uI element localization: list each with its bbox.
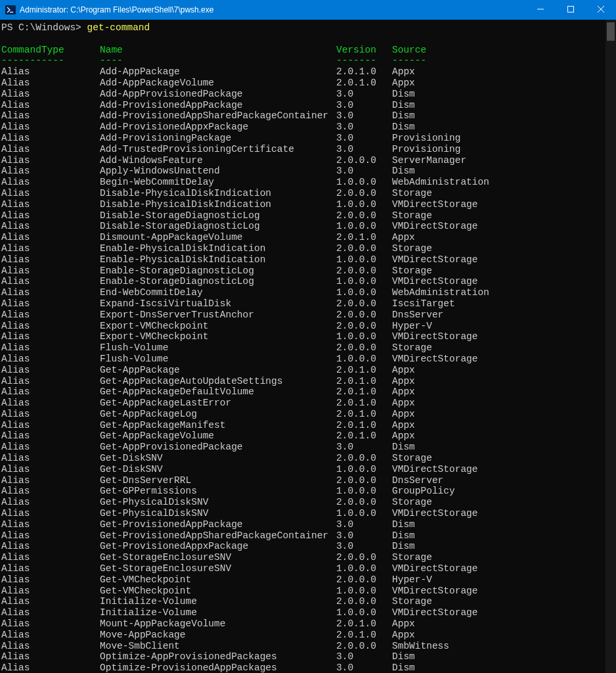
maximize-button[interactable]: [556, 0, 586, 20]
cell-s: Dism: [392, 166, 415, 177]
close-button[interactable]: [586, 0, 616, 20]
cell-v: 2.0.0.0: [336, 321, 392, 332]
output-row: AliasAdd-ProvisioningPackage3.0Provision…: [1, 133, 616, 144]
cell-v: 1.0.0.0: [336, 199, 392, 210]
cell-t: Alias: [1, 574, 100, 586]
cell-n: Get-PhysicalDiskSNV: [100, 508, 336, 519]
output-row: AliasExport-DnsServerTrustAnchor2.0.0.0D…: [1, 310, 616, 321]
cell-s: Storage: [392, 188, 432, 199]
cell-n: Get-ProvisionedAppPackage: [100, 519, 336, 530]
cell-v: 3.0: [336, 166, 392, 177]
cell-t: Alias: [1, 453, 100, 464]
output-row: AliasGet-ProvisionedAppxPackage3.0Dism: [1, 541, 616, 552]
cell-n: Get-AppPackageDefaultVolume: [100, 386, 336, 398]
cell-n: Get-AppPackageLog: [100, 409, 336, 420]
output-row: AliasDisable-PhysicalDiskIndication2.0.0…: [1, 188, 616, 199]
minimize-button[interactable]: [525, 0, 556, 20]
cell-s: VMDirectStorage: [392, 508, 478, 519]
output-row: AliasOptimize-ProvisionedAppPackages3.0D…: [1, 662, 616, 673]
cell-v: 3.0: [336, 133, 392, 144]
prompt-path: PS C:\Windows>: [1, 22, 87, 33]
cell-t: Alias: [1, 110, 100, 122]
cell-t: Alias: [1, 89, 100, 100]
output-row: AliasMove-AppPackage2.0.1.0Appx: [1, 630, 616, 641]
output-row: AliasGet-AppPackageVolume2.0.1.0Appx: [1, 430, 616, 442]
cell-n: Enable-StorageDiagnosticLog: [100, 266, 336, 277]
scrollbar-track[interactable]: [605, 20, 616, 673]
output-row: AliasAdd-AppProvisionedPackage3.0Dism: [1, 89, 616, 100]
cell-s: Dism: [392, 100, 415, 111]
cell-s: Storage: [392, 497, 432, 508]
cell-n: Optimize-ProvisionedAppPackages: [100, 662, 336, 673]
cell-s: Appx: [392, 78, 415, 89]
cell-v: 1.0.0.0: [336, 221, 392, 232]
cell-t: Alias: [1, 464, 100, 475]
cell-s: VMDirectStorage: [392, 563, 478, 574]
cell-s: Dism: [392, 651, 415, 662]
cell-s: Storage: [392, 453, 432, 464]
cell-t: Alias: [1, 586, 100, 597]
cell-v: 2.0.0.0: [336, 475, 392, 486]
cell-n: Get-ProvisionedAppSharedPackageContainer: [100, 530, 336, 542]
cell-s: Appx: [392, 618, 415, 630]
output-row: AliasAdd-WindowsFeature2.0.0.0ServerMana…: [1, 155, 616, 166]
output-row: AliasGet-StorageEnclosureSNV1.0.0.0VMDir…: [1, 563, 616, 574]
cell-n: Enable-PhysicalDiskIndication: [100, 254, 336, 266]
output-row: AliasInitialize-Volume2.0.0.0Storage: [1, 596, 616, 607]
cell-s: VMDirectStorage: [392, 586, 478, 597]
output-row: AliasEnable-PhysicalDiskIndication2.0.0.…: [1, 243, 616, 254]
cell-s: Dism: [392, 122, 415, 133]
cell-n: Get-ProvisionedAppxPackage: [100, 541, 336, 552]
output-row: AliasMount-AppPackageVolume2.0.1.0Appx: [1, 618, 616, 630]
output-row: AliasGet-PhysicalDiskSNV1.0.0.0VMDirectS…: [1, 508, 616, 519]
svg-rect-0: [5, 5, 16, 14]
cell-s: Dism: [392, 519, 415, 530]
output-row: AliasGet-DiskSNV1.0.0.0VMDirectStorage: [1, 464, 616, 475]
cell-s: Storage: [392, 342, 432, 354]
terminal-area[interactable]: PS C:\Windows> get-command CommandTypeNa…: [0, 20, 616, 673]
cell-t: Alias: [1, 354, 100, 365]
cell-n: Export-VMCheckpoint: [100, 331, 336, 342]
cell-s: VMDirectStorage: [392, 276, 478, 287]
cell-v: 2.0.1.0: [336, 232, 392, 243]
cell-n: Dismount-AppPackageVolume: [100, 232, 336, 243]
cell-v: 1.0.0.0: [336, 586, 392, 597]
cell-t: Alias: [1, 442, 100, 453]
svg-rect-3: [568, 7, 574, 12]
cell-n: Get-PhysicalDiskSNV: [100, 497, 336, 508]
output-row: AliasGet-VMCheckpoint1.0.0.0VMDirectStor…: [1, 586, 616, 597]
cell-t: Alias: [1, 166, 100, 177]
powershell-icon: [5, 5, 16, 15]
cell-v: 3.0: [336, 541, 392, 552]
cell-t: Alias: [1, 78, 100, 89]
cell-n: Mount-AppPackageVolume: [100, 618, 336, 630]
cell-t: Alias: [1, 232, 100, 243]
prompt-line: PS C:\Windows> get-command: [1, 22, 616, 34]
cell-v: 1.0.0.0: [336, 331, 392, 342]
cell-t: Alias: [1, 155, 100, 166]
output-row: AliasMove-SmbClient2.0.0.0SmbWitness: [1, 641, 616, 652]
output-row: AliasGet-DiskSNV2.0.0.0Storage: [1, 453, 616, 464]
maximize-icon: [567, 5, 574, 14]
cell-n: Get-DnsServerRRL: [100, 475, 336, 486]
cell-n: Optimize-AppProvisionedPackages: [100, 651, 336, 662]
output-row: AliasGet-AppPackage2.0.1.0Appx: [1, 365, 616, 376]
cell-s: Dism: [392, 442, 415, 453]
output-row: AliasGet-ProvisionedAppSharedPackageCont…: [1, 530, 616, 542]
cell-n: Get-AppPackageManifest: [100, 420, 336, 431]
window-titlebar[interactable]: Administrator: C:\Program Files\PowerShe…: [0, 0, 616, 20]
cell-n: Add-TrustedProvisioningCertificate: [100, 144, 336, 155]
cell-s: Appx: [392, 232, 415, 243]
cell-t: Alias: [1, 254, 100, 266]
cell-t: Alias: [1, 177, 100, 188]
cell-t: Alias: [1, 552, 100, 563]
output-row: AliasEnable-StorageDiagnosticLog1.0.0.0V…: [1, 276, 616, 287]
cell-v: 2.0.1.0: [336, 386, 392, 398]
cell-n: Apply-WindowsUnattend: [100, 166, 336, 177]
output-row: AliasFlush-Volume1.0.0.0VMDirectStorage: [1, 354, 616, 365]
cell-n: Get-VMCheckpoint: [100, 574, 336, 586]
cell-n: Add-ProvisionedAppPackage: [100, 100, 336, 111]
output-row: AliasAdd-ProvisionedAppxPackage3.0Dism: [1, 122, 616, 133]
scrollbar-thumb[interactable]: [607, 22, 615, 41]
cell-n: Get-StorageEnclosureSNV: [100, 552, 336, 563]
